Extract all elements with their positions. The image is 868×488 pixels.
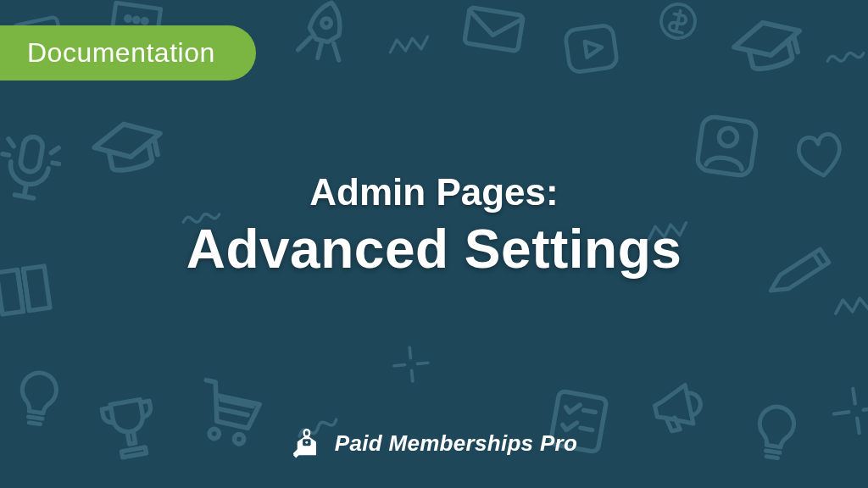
svg-point-7 bbox=[321, 18, 332, 29]
svg-point-13 bbox=[718, 127, 738, 147]
brand-name: Paid Memberships Pro bbox=[335, 430, 577, 457]
brand-footer: Paid Memberships Pro bbox=[291, 427, 577, 459]
svg-line-18 bbox=[581, 428, 593, 430]
svg-point-6 bbox=[142, 19, 147, 24]
svg-point-4 bbox=[125, 16, 131, 21]
megaphone-icon bbox=[638, 367, 719, 447]
svg-point-10 bbox=[658, 1, 698, 41]
hero-banner: Documentation Admin Pages: Advanced Sett… bbox=[0, 0, 868, 488]
sparkle-icon bbox=[383, 336, 438, 391]
svg-point-14 bbox=[209, 428, 220, 439]
zigzag-icon bbox=[383, 19, 434, 69]
category-badge-label: Documentation bbox=[27, 37, 215, 68]
svg-rect-8 bbox=[465, 8, 524, 52]
svg-point-21 bbox=[305, 441, 308, 444]
rocket-icon bbox=[281, 0, 368, 75]
play-icon bbox=[555, 13, 627, 85]
title-line-2: Advanced Settings bbox=[43, 219, 825, 278]
brand-logo-icon bbox=[291, 427, 323, 459]
svg-line-17 bbox=[583, 410, 595, 412]
category-badge: Documentation bbox=[0, 25, 256, 80]
title-block: Admin Pages: Advanced Settings bbox=[43, 170, 825, 278]
grad-cap-icon bbox=[721, 0, 818, 97]
trophy-icon bbox=[87, 384, 170, 467]
svg-point-15 bbox=[233, 434, 244, 445]
squiggle-icon bbox=[820, 31, 868, 82]
envelope-icon bbox=[453, 0, 535, 70]
coin-icon bbox=[648, 0, 708, 52]
svg-point-5 bbox=[134, 18, 139, 23]
svg-rect-11 bbox=[19, 136, 44, 174]
svg-rect-12 bbox=[696, 115, 757, 176]
title-line-1: Admin Pages: bbox=[43, 170, 825, 214]
zigzag-icon bbox=[828, 277, 868, 333]
lightbulb-icon bbox=[737, 394, 814, 470]
sparkle-icon bbox=[822, 377, 868, 444]
cart-icon bbox=[184, 366, 275, 457]
lightbulb-icon bbox=[0, 360, 76, 436]
svg-rect-9 bbox=[565, 25, 618, 73]
